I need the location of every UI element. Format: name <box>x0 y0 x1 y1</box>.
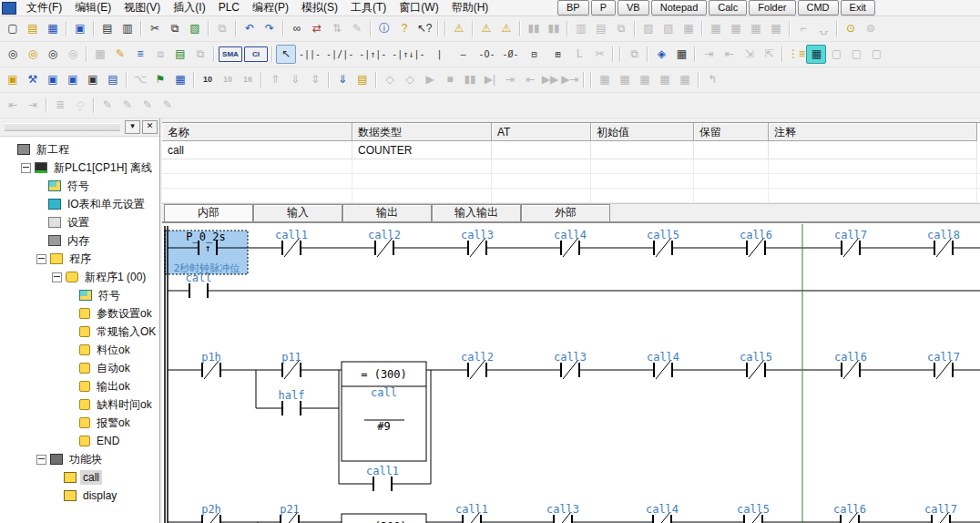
contact-p21-nc[interactable]: p21 <box>280 503 300 523</box>
menu-item-6[interactable]: 模拟(S) <box>295 1 344 15</box>
menu-item-1[interactable]: 编辑(E) <box>68 1 117 15</box>
watch-window-icon[interactable]: ▦ <box>806 45 826 64</box>
symbol-empty-row[interactable] <box>162 189 980 203</box>
contact-p2h-nc[interactable]: p2h <box>201 503 221 523</box>
window-watch-icon[interactable]: ▣ <box>43 70 63 89</box>
symbol-cell[interactable] <box>492 141 591 159</box>
menu-item-3[interactable]: 插入(I) <box>167 1 211 15</box>
vertical-line-icon[interactable]: | <box>427 45 451 64</box>
tree-item-8[interactable]: 符号 <box>0 286 159 304</box>
menu-item-9[interactable]: 帮助(H) <box>445 1 495 15</box>
new-closed-coil-icon[interactable]: -Ø- <box>498 45 522 64</box>
menu-item-0[interactable]: 文件(F) <box>20 1 68 15</box>
symbol-cell[interactable]: call <box>162 141 352 159</box>
window-output-icon[interactable]: ⚒ <box>23 70 43 89</box>
contact-call3-nc[interactable]: call3 <box>546 503 579 523</box>
window-cross-ref-icon[interactable]: ▣ <box>63 70 83 89</box>
quick-button-exit[interactable]: Exit <box>841 0 875 15</box>
tree-item-19[interactable]: display <box>0 487 159 505</box>
cut-icon[interactable]: ✂ <box>145 19 165 38</box>
menu-item-5[interactable]: 编程(P) <box>246 1 295 15</box>
tree-item-10[interactable]: 常规输入OK <box>0 323 159 341</box>
contact-call4-nc[interactable]: call4 <box>646 503 679 523</box>
contact-call7-nc[interactable]: call7 <box>924 503 957 523</box>
redo-icon[interactable]: ↷ <box>260 19 280 38</box>
insert-rung-icon[interactable]: ▦ <box>671 45 691 64</box>
symbol-empty-row[interactable] <box>162 174 980 189</box>
tree-expander[interactable] <box>52 272 62 282</box>
contact-call4-nc[interactable]: call4 <box>647 351 679 379</box>
tree-item-7[interactable]: 新程序1 (00) <box>0 268 159 286</box>
contact-half-no[interactable]: half <box>279 389 305 415</box>
contact-updown-icon[interactable]: -|↑↓|- <box>389 45 427 64</box>
contact-call8-nc[interactable]: call8 <box>927 229 960 257</box>
tree-item-14[interactable]: 缺料时间ok <box>0 395 159 414</box>
contact-call1-nc[interactable]: call1 <box>455 503 488 523</box>
new-instruction-icon[interactable]: ⊟ <box>522 45 546 64</box>
quick-button-vb[interactable]: VB <box>618 0 649 15</box>
zoom-highlight-icon[interactable]: ◎ <box>23 45 43 64</box>
contact-call6-nc[interactable]: call6 <box>740 229 772 257</box>
tree-item-11[interactable]: 料位ok <box>0 341 159 359</box>
print-preview-icon[interactable]: ▥ <box>117 19 138 38</box>
tree-item-0[interactable]: 新工程 <box>0 140 159 159</box>
tree-item-6[interactable]: 程序 <box>0 250 159 268</box>
tab-2[interactable]: 输出 <box>342 204 432 221</box>
window-properties-icon[interactable]: ▤ <box>103 70 123 89</box>
tree-item-4[interactable]: 设置 <box>0 213 159 231</box>
tree-item-2[interactable]: 符号 <box>0 177 159 195</box>
symbol-empty-row[interactable] <box>162 159 980 174</box>
new-instruction-2-icon[interactable]: ⊞ <box>546 45 569 64</box>
symbol-cell[interactable] <box>694 141 769 159</box>
contact-p1h-nc[interactable]: p1h <box>201 351 221 379</box>
symbol-editor-icon[interactable]: ✎ <box>110 45 130 64</box>
column-header-1[interactable]: 数据类型 <box>352 123 492 141</box>
menu-item-7[interactable]: 工具(T) <box>344 1 393 15</box>
program-flag-icon[interactable]: ⚑ <box>150 70 170 89</box>
new-coil-icon[interactable]: -O- <box>475 45 498 64</box>
contact-call5-nc[interactable]: call5 <box>740 351 772 379</box>
compare-counter-box[interactable]: = (300)call#9 <box>342 362 426 461</box>
contact-call7-nc[interactable]: call7 <box>834 229 867 257</box>
tree-item-15[interactable]: 报警ok <box>0 414 159 432</box>
copy-icon[interactable]: ⧉ <box>165 19 185 38</box>
ci-view-icon[interactable]: CI <box>244 46 268 62</box>
tree-expander[interactable] <box>36 254 46 264</box>
address-list-icon[interactable]: ≡ <box>130 45 150 64</box>
quick-button-notepad[interactable]: Notepad <box>651 0 708 15</box>
help-icon[interactable]: ? <box>394 19 414 38</box>
io-grid-icon[interactable]: ▦ <box>170 70 190 89</box>
symbol-cell[interactable] <box>769 141 977 159</box>
tree-item-9[interactable]: 参数设置ok <box>0 304 159 323</box>
open-icon[interactable]: ▤ <box>23 19 43 38</box>
tree-item-18[interactable]: call <box>0 468 159 487</box>
contact-call2-nc[interactable]: call2 <box>368 229 401 257</box>
tab-3[interactable]: 输入输出 <box>432 204 521 221</box>
contact-call1-nc[interactable]: call1 <box>275 229 308 257</box>
tree-expander[interactable] <box>21 163 31 173</box>
decimal-10-icon[interactable]: 10 <box>198 70 218 89</box>
contact-up-icon[interactable]: -|↑|- <box>356 45 389 64</box>
rung-list-icon[interactable]: ▤ <box>170 45 190 64</box>
contact-call3-nc[interactable]: call3 <box>461 229 494 257</box>
print-preview-report-icon[interactable]: ▣ <box>70 19 90 38</box>
sma-view-icon[interactable]: SMA <box>219 46 242 62</box>
contact-call5-nc[interactable]: call5 <box>737 503 770 523</box>
address-ref-tool-icon[interactable]: ⋮≡ <box>786 45 806 64</box>
contact-call4-nc[interactable]: call4 <box>554 229 587 257</box>
contact-call1-no[interactable]: call1 <box>366 465 399 491</box>
print-icon[interactable]: ▤ <box>97 19 117 38</box>
zoom-icon[interactable]: ◎ <box>3 45 23 64</box>
contact-p11-nc[interactable]: p11 <box>281 351 301 379</box>
quick-button-folder[interactable]: Folder <box>749 0 795 15</box>
tree-item-1[interactable]: 新PLC1[CP1H] 离线 <box>0 159 159 177</box>
workspace-dropdown-button[interactable]: ▾ <box>125 120 140 134</box>
tree-item-12[interactable]: 自动ok <box>0 359 159 377</box>
horizontal-line-icon[interactable]: — <box>451 45 475 64</box>
undo-icon[interactable]: ↶ <box>240 19 260 38</box>
quick-button-p[interactable]: P <box>591 0 616 15</box>
quick-button-calc[interactable]: Calc <box>709 0 747 15</box>
workspace-grip[interactable] <box>5 123 120 131</box>
find-replace-icon[interactable]: ⇄ <box>307 19 327 38</box>
contact-call7-nc[interactable]: call7 <box>927 351 960 379</box>
